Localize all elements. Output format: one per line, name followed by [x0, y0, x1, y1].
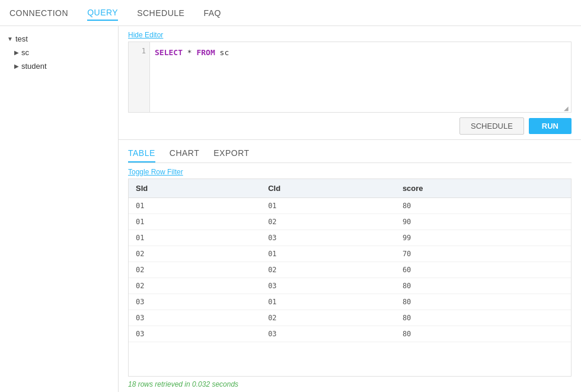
table-cell: 60 [395, 262, 571, 278]
table-cell: 80 [395, 278, 571, 294]
tab-table[interactable]: TABLE [128, 145, 155, 162]
resize-handle[interactable]: ◢ [564, 105, 570, 111]
col-header-score: score [395, 179, 571, 198]
table-cell: 03 [261, 230, 395, 246]
sql-editor-input[interactable]: SELECT * FROM sc [150, 42, 571, 112]
sidebar-label-student: student [21, 62, 47, 71]
table-cell: 80 [395, 326, 571, 342]
table-cell: 99 [395, 230, 571, 246]
expand-arrow-test: ▼ [7, 36, 13, 42]
table-cell: 80 [395, 310, 571, 326]
table-cell: 80 [395, 198, 571, 214]
table-row: 010399 [129, 230, 571, 246]
table-cell: 01 [129, 214, 261, 230]
expand-arrow-sc: ▶ [14, 49, 19, 56]
table-cell: 03 [261, 326, 395, 342]
data-table: SId CId score 01018001029001039902017002… [129, 179, 571, 342]
tab-export[interactable]: EXPORT [213, 145, 249, 162]
table-cell: 03 [129, 294, 261, 310]
result-tabs: TABLE CHART EXPORT [128, 145, 572, 163]
toggle-row-filter-link[interactable]: Toggle Row Filter [128, 168, 572, 176]
col-header-cid: CId [261, 179, 395, 198]
table-header-row: SId CId score [129, 179, 571, 198]
table-cell: 90 [395, 214, 571, 230]
table-row: 020260 [129, 262, 571, 278]
top-navigation: CONNECTION QUERY SCHEDULE FAQ [0, 0, 581, 26]
expand-arrow-student: ▶ [14, 63, 19, 69]
col-header-sid: SId [129, 179, 261, 198]
table-cell: 80 [395, 294, 571, 310]
table-cell: 01 [129, 230, 261, 246]
editor-actions: SCHEDULE RUN [128, 113, 572, 139]
results-section: TABLE CHART EXPORT Toggle Row Filter SId… [119, 140, 581, 392]
run-button[interactable]: RUN [529, 118, 572, 134]
sidebar-item-sc[interactable]: ▶ sc [0, 46, 118, 59]
table-cell: 02 [129, 246, 261, 262]
line-number-1: 1 [142, 47, 146, 55]
table-row: 020170 [129, 246, 571, 262]
table-cell: 02 [129, 278, 261, 294]
status-bar: 18 rows retrieved in 0.032 seconds [128, 377, 572, 392]
table-row: 010180 [129, 198, 571, 214]
table-cell: 01 [129, 198, 261, 214]
nav-connection[interactable]: CONNECTION [9, 6, 68, 20]
table-cell: 02 [261, 262, 395, 278]
table-cell: 70 [395, 246, 571, 262]
nav-query[interactable]: QUERY [87, 5, 118, 21]
table-cell: 01 [261, 198, 395, 214]
nav-schedule[interactable]: SCHEDULE [137, 6, 184, 20]
table-row: 030180 [129, 294, 571, 310]
table-cell: 03 [129, 310, 261, 326]
sidebar-label-test: test [15, 34, 28, 43]
content-area: Hide Editor 1 SELECT * FROM sc ◢ SCHEDUL… [119, 26, 581, 392]
table-row: 020380 [129, 278, 571, 294]
table-cell: 03 [129, 326, 261, 342]
line-numbers: 1 [129, 42, 150, 112]
main-layout: ▼ test ▶ sc ▶ student Hide Editor 1 SELE… [0, 26, 581, 392]
table-row: 030380 [129, 326, 571, 342]
table-cell: 01 [261, 246, 395, 262]
table-cell: 01 [261, 294, 395, 310]
table-row: 030280 [129, 310, 571, 326]
table-body: 0101800102900103990201700202600203800301… [129, 198, 571, 342]
table-cell: 02 [261, 310, 395, 326]
table-cell: 02 [261, 214, 395, 230]
schedule-button[interactable]: SCHEDULE [459, 117, 524, 135]
table-row: 010290 [129, 214, 571, 230]
nav-faq[interactable]: FAQ [203, 6, 221, 20]
sidebar: ▼ test ▶ sc ▶ student [0, 26, 119, 392]
table-cell: 02 [129, 262, 261, 278]
sidebar-item-student[interactable]: ▶ student [0, 59, 118, 73]
data-table-wrapper[interactable]: SId CId score 01018001029001039902017002… [128, 179, 572, 377]
tab-chart[interactable]: CHART [170, 145, 199, 162]
sql-editor-box: 1 SELECT * FROM sc ◢ [128, 42, 572, 113]
hide-editor-link[interactable]: Hide Editor [128, 31, 572, 39]
sidebar-label-sc: sc [21, 48, 29, 57]
sidebar-item-test[interactable]: ▼ test [0, 32, 118, 46]
editor-section: Hide Editor 1 SELECT * FROM sc ◢ SCHEDUL… [119, 26, 581, 140]
table-cell: 03 [261, 278, 395, 294]
